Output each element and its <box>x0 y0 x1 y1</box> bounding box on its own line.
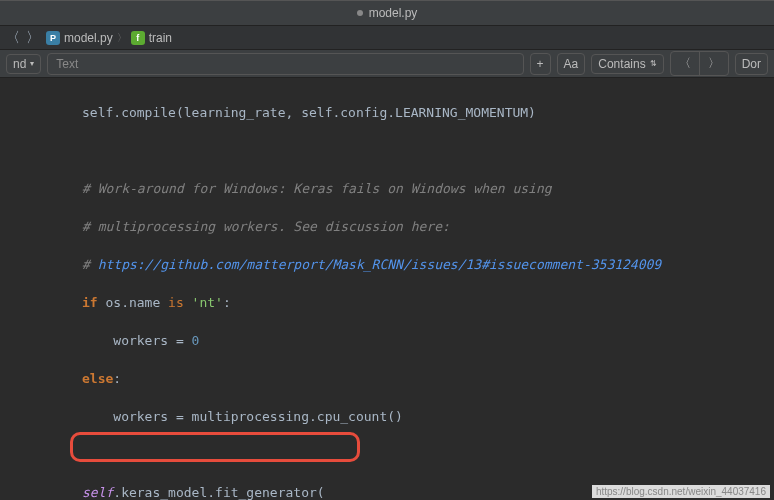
tab-filename: model.py <box>369 6 418 20</box>
breadcrumb-function-label: train <box>149 31 172 45</box>
find-nav-buttons: 〈 〉 <box>670 51 729 76</box>
find-bar: nd ▾ Text + Aa Contains ⇅ 〈 〉 Dor <box>0 50 774 78</box>
breadcrumb-file[interactable]: P model.py <box>46 31 113 45</box>
find-mode-dropdown[interactable]: nd ▾ <box>6 54 41 74</box>
breadcrumb-back-icon[interactable]: 〈 <box>4 29 22 47</box>
chevron-updown-icon: ⇅ <box>650 59 657 68</box>
code-line: workers = multiprocessing.cpu_count() <box>24 407 774 426</box>
code-editor[interactable]: self.compile(learning_rate, self.config.… <box>0 78 774 500</box>
code-line: if os.name is 'nt': <box>24 293 774 312</box>
breadcrumb: 〈 〉 P model.py 〉 f train <box>0 26 774 50</box>
code-line: workers = 0 <box>24 331 774 350</box>
breadcrumb-forward-icon[interactable]: 〉 <box>24 29 42 47</box>
code-line <box>24 445 774 464</box>
done-button[interactable]: Dor <box>735 53 768 75</box>
file-tab[interactable]: model.py <box>357 6 418 20</box>
code-line <box>24 141 774 160</box>
tab-bar: model.py <box>0 0 774 26</box>
breadcrumb-separator-icon: 〉 <box>117 31 127 45</box>
breadcrumb-nav: 〈 〉 <box>4 29 42 47</box>
tab-modified-dot <box>357 10 363 16</box>
code-line: # https://github.com/matterport/Mask_RCN… <box>24 255 774 274</box>
match-case-button[interactable]: Aa <box>557 53 586 75</box>
match-type-dropdown[interactable]: Contains ⇅ <box>591 54 663 74</box>
chevron-down-icon: ▾ <box>30 59 34 68</box>
watermark: https://blog.csdn.net/weixin_44037416 <box>592 485 770 498</box>
find-next-button[interactable]: 〉 <box>700 52 728 75</box>
code-line: # Work-around for Windows: Keras fails o… <box>24 179 774 198</box>
code-line: # multiprocessing workers. See discussio… <box>24 217 774 236</box>
breadcrumb-file-label: model.py <box>64 31 113 45</box>
function-icon: f <box>131 31 145 45</box>
find-prev-button[interactable]: 〈 <box>671 52 700 75</box>
search-input[interactable]: Text <box>47 53 523 75</box>
add-filter-button[interactable]: + <box>530 53 551 75</box>
code-line: self.compile(learning_rate, self.config.… <box>24 103 774 122</box>
code-line: else: <box>24 369 774 388</box>
breadcrumb-function[interactable]: f train <box>131 31 172 45</box>
python-file-icon: P <box>46 31 60 45</box>
